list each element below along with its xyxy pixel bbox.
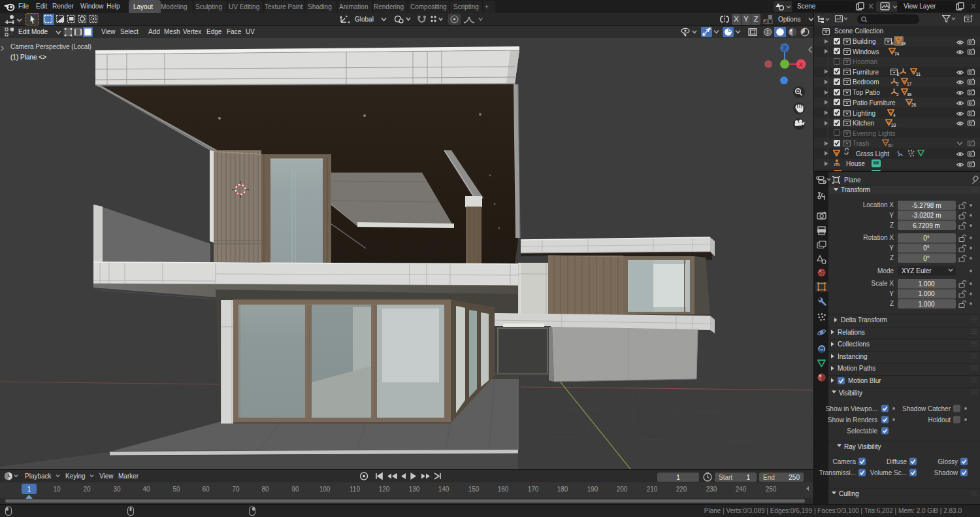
svg-text:3: 3 xyxy=(891,41,894,46)
svg-text:230: 230 xyxy=(706,486,717,493)
svg-text:House: House xyxy=(846,160,865,167)
svg-text:1.000: 1.000 xyxy=(918,301,934,308)
svg-text:Transmissi...: Transmissi... xyxy=(819,469,856,476)
svg-text:1.000: 1.000 xyxy=(918,290,934,297)
svg-text:6.7209 m: 6.7209 m xyxy=(913,222,940,229)
svg-text:Glossy: Glossy xyxy=(938,458,958,465)
svg-text:Delta Transform: Delta Transform xyxy=(841,316,887,324)
svg-text:0°: 0° xyxy=(923,244,930,252)
svg-text:-5.2798 m: -5.2798 m xyxy=(911,202,941,209)
svg-text:38: 38 xyxy=(907,92,912,97)
svg-text:1.000: 1.000 xyxy=(918,280,934,288)
svg-text:Relations: Relations xyxy=(838,329,865,336)
svg-text:Marker: Marker xyxy=(118,473,139,480)
svg-text:30: 30 xyxy=(113,486,121,493)
svg-text:Volume Sc...: Volume Sc... xyxy=(870,469,907,476)
svg-text:1: 1 xyxy=(27,486,31,493)
svg-text:Camera: Camera xyxy=(832,458,856,465)
svg-text:210: 210 xyxy=(647,486,658,493)
svg-text:Diffuse: Diffuse xyxy=(887,458,907,465)
svg-text:Plane: Plane xyxy=(844,176,861,184)
svg-text:Kitchen: Kitchen xyxy=(853,120,874,127)
svg-text:0°: 0° xyxy=(923,255,930,262)
svg-text:Start: Start xyxy=(719,474,732,481)
svg-text:26: 26 xyxy=(911,103,917,107)
svg-text:X: X xyxy=(799,61,803,68)
svg-text:Show in Viewpo...: Show in Viewpo... xyxy=(826,405,877,412)
svg-text:Holdout: Holdout xyxy=(928,416,951,424)
svg-text:180: 180 xyxy=(557,486,568,493)
svg-text:160: 160 xyxy=(498,486,509,493)
svg-text:240: 240 xyxy=(736,486,747,493)
svg-text:Z: Z xyxy=(890,254,894,261)
svg-text:Rotation X: Rotation X xyxy=(863,234,894,241)
svg-text:Y: Y xyxy=(889,290,894,297)
svg-text:250: 250 xyxy=(789,474,800,481)
svg-text:33: 33 xyxy=(891,123,896,127)
svg-text:80: 80 xyxy=(261,486,269,493)
svg-text:2: 2 xyxy=(897,72,900,76)
svg-text:250: 250 xyxy=(766,486,777,493)
svg-text:17: 17 xyxy=(907,82,912,86)
svg-text:110: 110 xyxy=(350,486,360,493)
svg-text:140: 140 xyxy=(438,486,449,493)
svg-text:Z: Z xyxy=(890,300,894,307)
svg-text:Bedroom: Bedroom xyxy=(853,78,879,86)
svg-text:Show in Renders: Show in Renders xyxy=(828,416,877,424)
svg-text:1: 1 xyxy=(676,474,680,481)
svg-text:End: End xyxy=(763,474,775,481)
svg-text:Grass Light: Grass Light xyxy=(856,150,889,158)
svg-text:Keying: Keying xyxy=(65,473,86,480)
svg-text:Trash: Trash xyxy=(853,140,869,147)
svg-text:XYZ Euler: XYZ Euler xyxy=(902,267,932,275)
svg-text:Visibility: Visibility xyxy=(839,390,862,397)
svg-text:50: 50 xyxy=(172,486,180,493)
svg-text:Motion Paths: Motion Paths xyxy=(838,365,875,372)
svg-text:Building: Building xyxy=(853,38,876,45)
svg-text:Selectable: Selectable xyxy=(847,427,877,435)
svg-text:Furniture: Furniture xyxy=(853,69,879,76)
svg-text:2: 2 xyxy=(896,92,899,97)
svg-text:Z: Z xyxy=(890,222,894,229)
svg-text:Location X: Location X xyxy=(863,201,894,208)
svg-text:Y: Y xyxy=(889,244,894,252)
svg-text:120: 120 xyxy=(379,486,390,493)
svg-text:74: 74 xyxy=(894,52,900,56)
svg-text:190: 190 xyxy=(587,486,598,493)
svg-text:0°: 0° xyxy=(923,235,930,242)
svg-text:Windows: Windows xyxy=(853,48,879,56)
svg-text:2: 2 xyxy=(896,82,899,86)
svg-text:Z: Z xyxy=(783,45,787,52)
svg-text:Shadow Catcher: Shadow Catcher xyxy=(902,405,951,412)
svg-text:Scene Collection: Scene Collection xyxy=(834,27,883,35)
svg-text:40: 40 xyxy=(142,486,150,493)
svg-text:18: 18 xyxy=(901,41,906,46)
svg-text:50: 50 xyxy=(888,143,893,148)
svg-text:Instancing: Instancing xyxy=(838,353,868,360)
svg-text:Patio Furniture: Patio Furniture xyxy=(853,99,896,107)
svg-text:Motion Blur: Motion Blur xyxy=(848,377,881,384)
svg-text:Collections: Collections xyxy=(838,341,870,348)
svg-text:Shadow: Shadow xyxy=(934,469,958,476)
svg-text:31: 31 xyxy=(916,72,921,76)
svg-text:Playback: Playback xyxy=(25,473,52,480)
svg-text:Ray Visibility: Ray Visibility xyxy=(844,443,881,450)
svg-text:Hooman: Hooman xyxy=(853,58,877,65)
svg-text:90: 90 xyxy=(291,486,299,493)
svg-text:Mode: Mode xyxy=(877,267,894,275)
svg-text:60: 60 xyxy=(202,486,210,493)
svg-text:130: 130 xyxy=(409,486,420,493)
svg-text:Culling: Culling xyxy=(839,490,859,497)
svg-text:-3.0202 m: -3.0202 m xyxy=(911,212,941,219)
svg-text:Lighting: Lighting xyxy=(853,110,875,117)
svg-text:Y: Y xyxy=(889,212,894,219)
svg-text:View: View xyxy=(99,473,114,480)
svg-text:20: 20 xyxy=(83,486,91,493)
svg-text:70: 70 xyxy=(232,486,240,493)
svg-text:Scale X: Scale X xyxy=(872,280,894,287)
svg-text:10: 10 xyxy=(53,486,61,493)
svg-text:Top Patio: Top Patio xyxy=(853,89,880,96)
svg-text:150: 150 xyxy=(468,486,480,493)
svg-text:170: 170 xyxy=(528,486,539,493)
svg-text:200: 200 xyxy=(617,486,628,493)
